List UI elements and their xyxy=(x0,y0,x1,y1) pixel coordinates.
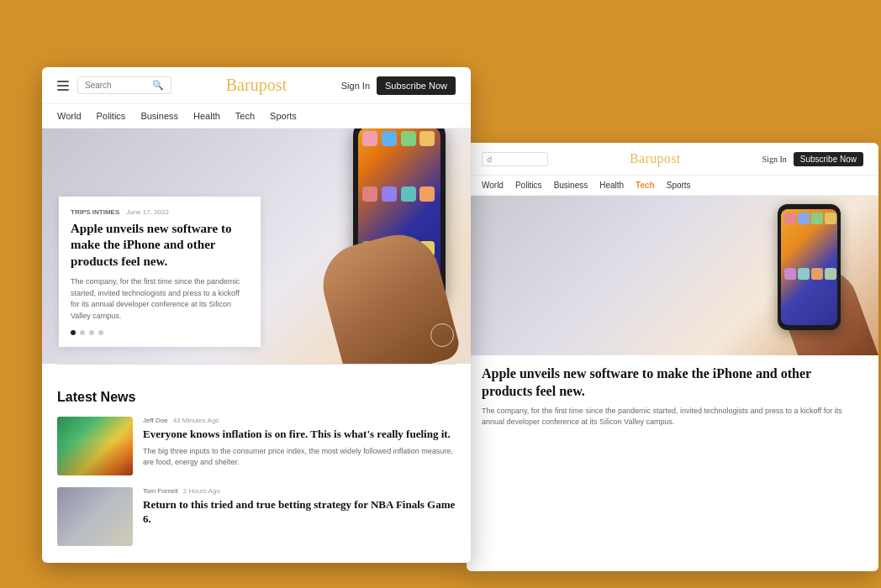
front-nav-tech[interactable]: Tech xyxy=(235,111,255,121)
carousel-dot-2[interactable] xyxy=(80,330,85,335)
news-item-1: Jeff Doe 43 Minutes Ago Everyone knows i… xyxy=(57,417,456,475)
hero-tag: Trips Intimes xyxy=(71,208,119,216)
front-search-box[interactable]: 🔍 xyxy=(77,76,171,94)
front-logo-text: Baru xyxy=(226,76,259,94)
app-icon xyxy=(382,131,397,146)
hero-title: Apple unveils new software to make the i… xyxy=(71,221,249,270)
hero-excerpt: The company, for the first time since th… xyxy=(71,276,249,322)
news-time-2: 2 Hours Ago xyxy=(183,487,220,495)
news-item-2: Tom Fornell 2 Hours Ago Return to this t… xyxy=(57,487,456,546)
news-meta-2: Tom Fornell 2 Hours Ago xyxy=(143,487,456,495)
front-topbar-right: Sign In Subscribe Now xyxy=(341,76,456,95)
back-logo-text: Baru xyxy=(630,151,657,165)
app-icon xyxy=(798,213,810,224)
app-icon xyxy=(362,186,377,202)
back-nav-business[interactable]: Business xyxy=(554,181,588,190)
back-subscribe-button[interactable]: Subscribe Now xyxy=(794,152,863,166)
app-icon xyxy=(825,213,836,224)
back-window: ☌ Barupost Sign In Subscribe Now World P… xyxy=(467,143,878,571)
hero-overlay-card: Trips Intimes June 17, 2022 Apple unveil… xyxy=(59,197,261,348)
news-title-2: Return to this tried and true betting st… xyxy=(143,498,456,527)
app-icon xyxy=(784,268,796,280)
front-logo: Barupost xyxy=(226,76,287,95)
hamburger-line xyxy=(57,81,69,82)
back-nav-links: World Politics Business Health Tech Spor… xyxy=(467,176,878,196)
latest-news-title: Latest News xyxy=(57,390,456,405)
front-phone-illustration xyxy=(319,129,446,364)
front-nav-business[interactable]: Business xyxy=(140,111,178,121)
app-icon xyxy=(419,131,435,146)
back-article-excerpt: The company, for the first time since th… xyxy=(482,406,863,428)
front-search-input[interactable] xyxy=(85,81,152,90)
hamburger-menu-icon[interactable] xyxy=(57,81,69,91)
hamburger-line xyxy=(57,85,69,87)
news-thumb-1 xyxy=(57,417,133,475)
front-nav-sports[interactable]: Sports xyxy=(270,111,297,121)
front-window: 🔍 Barupost Sign In Subscribe Now World P… xyxy=(42,67,471,563)
front-logo-accent: post xyxy=(259,76,287,94)
front-nav-bar: World Politics Business Health Tech Spor… xyxy=(42,104,471,129)
back-phone-illustration xyxy=(778,204,862,355)
hero-card-meta: Trips Intimes June 17, 2022 xyxy=(71,208,249,216)
back-logo-accent: post xyxy=(657,151,681,165)
back-search-input[interactable] xyxy=(493,155,543,164)
back-header-right: Sign In Subscribe Now xyxy=(762,152,863,166)
news-meta-1: Jeff Doe 43 Minutes Ago xyxy=(143,417,456,424)
app-icon xyxy=(784,213,796,224)
app-icon xyxy=(798,268,810,280)
app-icon xyxy=(382,186,397,202)
back-article-body: Apple unveils new software to make the i… xyxy=(467,355,878,438)
carousel-dot-3[interactable] xyxy=(89,330,94,335)
app-icon xyxy=(401,131,416,146)
back-logo: Barupost xyxy=(630,151,680,166)
back-nav-tech[interactable]: Tech xyxy=(636,181,655,190)
app-icon xyxy=(419,186,435,202)
front-subscribe-button[interactable]: Subscribe Now xyxy=(377,76,456,95)
latest-news-section: Latest News Jeff Doe 43 Minutes Ago Ever… xyxy=(42,376,471,563)
back-phone-screen xyxy=(781,209,837,325)
front-topbar: 🔍 Barupost Sign In Subscribe Now xyxy=(42,67,471,104)
back-signin-button[interactable]: Sign In xyxy=(762,155,787,164)
news-time-1: 43 Minutes Ago xyxy=(173,417,219,424)
carousel-dot-4[interactable] xyxy=(98,330,103,335)
front-hero-section: Trips Intimes June 17, 2022 Apple unveil… xyxy=(42,129,471,364)
news-thumb-2 xyxy=(57,487,133,546)
back-header-left: ☌ xyxy=(482,152,548,166)
app-icon xyxy=(811,268,823,280)
front-signin-button[interactable]: Sign In xyxy=(341,81,370,91)
front-nav-world[interactable]: World xyxy=(57,111,82,121)
back-phone-frame xyxy=(778,204,841,330)
hero-carousel-dots xyxy=(71,330,249,335)
search-icon: 🔍 xyxy=(152,80,164,91)
app-icon xyxy=(811,213,823,224)
news-content-2: Tom Fornell 2 Hours Ago Return to this t… xyxy=(143,487,456,531)
back-nav-health[interactable]: Health xyxy=(599,181,624,190)
news-excerpt-1: The big three inputs to the consumer pri… xyxy=(143,446,456,469)
section-divider xyxy=(57,364,456,365)
carousel-dot-1[interactable] xyxy=(71,330,76,335)
back-window-header: ☌ Barupost Sign In Subscribe Now xyxy=(467,143,878,176)
app-icon xyxy=(825,268,836,280)
news-author-2: Tom Fornell xyxy=(143,487,178,495)
front-nav-politics[interactable]: Politics xyxy=(97,111,126,121)
back-search-box[interactable]: ☌ xyxy=(482,152,548,166)
back-article-title: Apple unveils new software to make the i… xyxy=(482,365,863,401)
arrow-right-icon: → xyxy=(437,329,447,342)
back-nav-world[interactable]: World xyxy=(482,181,504,190)
hamburger-line xyxy=(57,89,69,91)
scene: ☌ Barupost Sign In Subscribe Now World P… xyxy=(0,0,881,588)
hero-date: June 17, 2022 xyxy=(126,208,169,216)
app-icon xyxy=(401,186,416,202)
back-nav-sports[interactable]: Sports xyxy=(667,181,691,190)
back-hero-image xyxy=(467,196,878,355)
front-nav-health[interactable]: Health xyxy=(193,111,220,121)
back-nav-politics[interactable]: Politics xyxy=(515,181,542,190)
search-icon: ☌ xyxy=(487,155,493,164)
app-icon xyxy=(362,131,377,146)
news-title-1: Everyone knows inflation is on fire. Thi… xyxy=(143,428,456,442)
hero-next-arrow[interactable]: → xyxy=(430,323,454,347)
news-author-1: Jeff Doe xyxy=(143,417,168,424)
front-topbar-left: 🔍 xyxy=(57,76,171,94)
news-content-1: Jeff Doe 43 Minutes Ago Everyone knows i… xyxy=(143,417,456,469)
